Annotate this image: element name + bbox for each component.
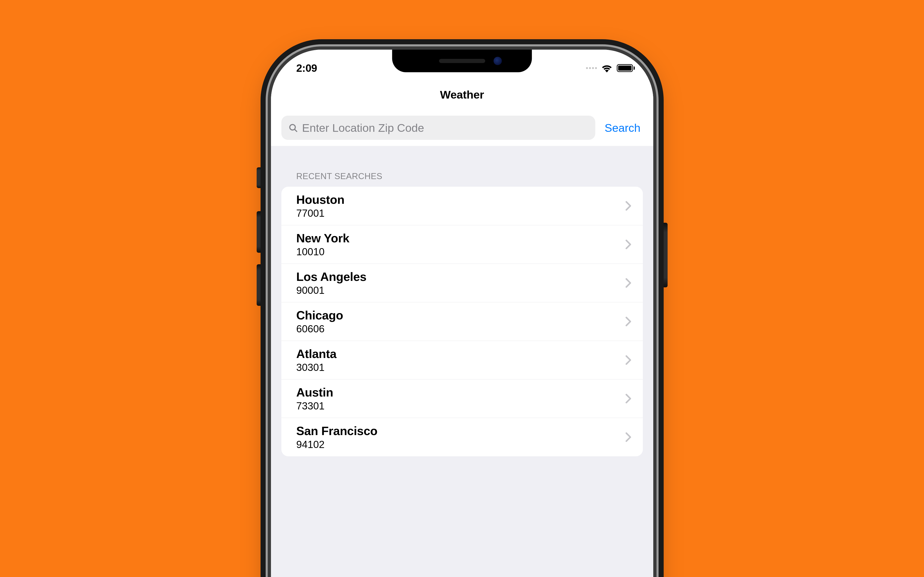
recent-search-row[interactable]: Atlanta 30301	[281, 341, 643, 379]
search-button[interactable]: Search	[602, 121, 643, 134]
page-title: Weather	[440, 88, 484, 101]
recent-search-city: Atlanta	[296, 347, 625, 361]
recent-searches-header: RECENT SEARCHES	[271, 146, 653, 187]
recent-search-zip: 30301	[296, 362, 625, 373]
chevron-right-icon	[625, 355, 631, 365]
recent-search-city: Chicago	[296, 308, 625, 322]
recent-search-row[interactable]: Los Angeles 90001	[281, 264, 643, 302]
status-time: 2:09	[296, 62, 317, 74]
recent-search-zip: 60606	[296, 323, 625, 335]
content-area[interactable]: RECENT SEARCHES Houston 77001 New	[271, 146, 653, 577]
phone-front-camera	[494, 57, 502, 65]
battery-icon	[617, 64, 635, 72]
status-indicators	[586, 64, 635, 73]
chevron-right-icon	[625, 201, 631, 211]
search-field[interactable]	[281, 116, 596, 140]
chevron-right-icon	[625, 316, 631, 327]
zip-code-input[interactable]	[302, 121, 589, 134]
recent-searches-list: Houston 77001 New York 10010	[281, 187, 643, 456]
chevron-right-icon	[625, 239, 631, 250]
recent-search-row[interactable]: New York 10010	[281, 225, 643, 264]
recent-search-zip: 10010	[296, 246, 625, 258]
phone-notch	[392, 50, 532, 72]
recent-search-zip: 90001	[296, 285, 625, 296]
svg-line-1	[294, 129, 297, 131]
recent-search-city: San Francisco	[296, 424, 625, 438]
phone-volume-down	[257, 264, 262, 306]
navigation-bar: Weather	[271, 80, 653, 110]
recent-search-row[interactable]: San Francisco 94102	[281, 418, 643, 456]
recent-search-row[interactable]: Chicago 60606	[281, 302, 643, 341]
recent-search-city: New York	[296, 231, 625, 245]
recent-search-zip: 73301	[296, 400, 625, 412]
phone-mute-switch	[257, 167, 262, 188]
phone-bezel: 2:09	[271, 50, 653, 577]
chevron-right-icon	[625, 278, 631, 288]
phone-speaker	[439, 59, 485, 63]
recent-search-row[interactable]: Houston 77001	[281, 187, 643, 225]
phone-volume-up	[257, 211, 262, 253]
recent-search-zip: 94102	[296, 439, 625, 450]
phone-power-button	[662, 223, 667, 287]
recent-search-city: Austin	[296, 385, 625, 399]
recent-search-zip: 77001	[296, 208, 625, 219]
search-bar: Search	[271, 110, 653, 146]
recent-search-row[interactable]: Austin 73301	[281, 379, 643, 418]
wifi-icon	[601, 64, 612, 73]
cellular-dots-icon	[586, 67, 597, 69]
search-icon	[288, 123, 298, 133]
recent-search-city: Houston	[296, 193, 625, 206]
phone-device-frame: 2:09	[271, 50, 653, 577]
recent-search-city: Los Angeles	[296, 270, 625, 284]
chevron-right-icon	[625, 432, 631, 442]
phone-screen: 2:09	[271, 50, 653, 577]
chevron-right-icon	[625, 393, 631, 404]
